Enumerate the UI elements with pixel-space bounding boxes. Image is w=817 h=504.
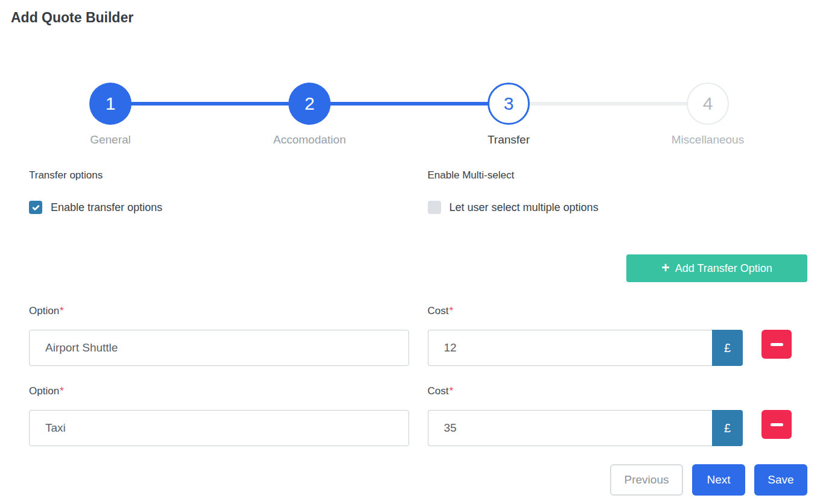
cost-input[interactable] <box>428 410 713 446</box>
step-label: General <box>90 133 131 146</box>
wizard-stepper: 1 General 2 Accomodation 3 Transfer 4 Mi… <box>11 83 807 148</box>
cost-field-label: Cost* <box>428 305 808 317</box>
required-marker: * <box>449 305 453 317</box>
required-marker: * <box>60 305 64 317</box>
multi-select-label: Let user select multiple options <box>450 201 599 214</box>
option-input[interactable] <box>29 330 409 366</box>
plus-icon: + <box>661 261 669 275</box>
required-marker: * <box>60 385 64 397</box>
option-input[interactable] <box>29 410 409 446</box>
currency-suffix: £ <box>712 330 743 366</box>
step-label: Accomodation <box>273 133 346 146</box>
next-button[interactable]: Next <box>692 464 745 496</box>
cost-field-label: Cost* <box>428 385 808 397</box>
remove-row-button[interactable] <box>761 330 792 359</box>
cost-input[interactable] <box>428 330 713 366</box>
step-general[interactable]: 1 General <box>11 83 210 146</box>
checkmark-icon <box>31 203 40 212</box>
option-field-label: Option* <box>29 385 409 397</box>
remove-row-button[interactable] <box>761 410 792 439</box>
wizard-footer: Previous Next Save <box>0 464 807 496</box>
previous-button[interactable]: Previous <box>610 464 683 496</box>
required-marker: * <box>449 385 453 397</box>
currency-suffix: £ <box>712 410 743 446</box>
step-label: Miscellaneous <box>672 133 744 146</box>
transfer-form: Transfer options Enable Multi-select Ena… <box>29 169 807 446</box>
add-transfer-option-label: Add Transfer Option <box>675 262 772 275</box>
step-transfer[interactable]: 3 Transfer <box>409 83 608 146</box>
step-circle[interactable]: 2 <box>288 83 331 125</box>
save-button[interactable]: Save <box>754 464 807 496</box>
step-circle[interactable]: 3 <box>488 83 530 125</box>
option-field-label: Option* <box>29 305 409 317</box>
step-circle[interactable]: 4 <box>687 83 729 125</box>
enable-transfer-options-label: Enable transfer options <box>51 201 162 214</box>
page-title: Add Quote Builder <box>11 9 817 26</box>
add-quote-builder-page: Add Quote Builder 1 General 2 Accomodati… <box>0 0 817 504</box>
minus-icon <box>771 343 783 346</box>
multi-select-section-label: Enable Multi-select <box>428 169 808 181</box>
step-miscellaneous[interactable]: 4 Miscellaneous <box>608 83 807 146</box>
add-transfer-option-button[interactable]: + Add Transfer Option <box>626 254 807 282</box>
step-accomodation[interactable]: 2 Accomodation <box>210 83 409 146</box>
enable-transfer-options-checkbox[interactable] <box>29 201 42 214</box>
transfer-options-section-label: Transfer options <box>29 169 409 181</box>
minus-icon <box>771 423 783 426</box>
step-circle[interactable]: 1 <box>89 83 132 125</box>
multi-select-checkbox[interactable] <box>428 201 441 214</box>
step-label: Transfer <box>488 133 530 146</box>
